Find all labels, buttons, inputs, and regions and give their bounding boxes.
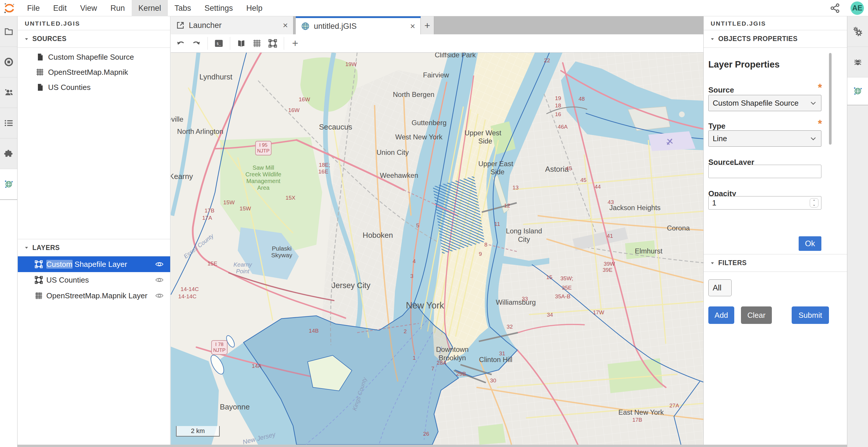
layer-item[interactable]: OpenStreetMap.Mapnik Layer	[18, 288, 170, 304]
svg-text:Weehawken: Weehawken	[380, 171, 418, 179]
svg-text:I 95: I 95	[259, 142, 268, 148]
gears-icon	[853, 27, 863, 36]
tab-launcher[interactable]: Launcher ×	[171, 16, 293, 34]
menu-item-settings[interactable]: Settings	[198, 0, 240, 16]
map-toolbar: $_ +	[171, 34, 703, 53]
filters-section-header[interactable]: FILTERS	[704, 254, 847, 272]
menu-item-view[interactable]: View	[73, 0, 104, 16]
objects-properties-header[interactable]: OBJECTS PROPERTIES	[704, 30, 847, 48]
debugger-tab[interactable]	[847, 47, 868, 77]
redo-button[interactable]	[190, 37, 203, 50]
svg-text:30: 30	[490, 377, 496, 384]
layer-item[interactable]: US Counties	[18, 272, 170, 288]
tab-bar: Launcher × untitled.jGIS × +	[171, 16, 703, 34]
source-select[interactable]: Custom Shapefile Source	[708, 95, 822, 111]
extensions-tab[interactable]	[0, 139, 17, 169]
table-of-contents-tab[interactable]	[0, 108, 17, 139]
basemap-button[interactable]	[235, 37, 248, 50]
ok-button[interactable]: Ok	[799, 236, 822, 251]
svg-text:East New York: East New York	[618, 408, 664, 416]
close-tab-icon[interactable]: ×	[277, 21, 288, 30]
vector-layer-button[interactable]	[266, 37, 279, 50]
svg-text:Side: Side	[478, 137, 492, 145]
type-select[interactable]: Line	[708, 130, 822, 147]
share-icon[interactable]	[830, 3, 841, 14]
type-label: Type	[708, 122, 725, 131]
svg-text:Kearny: Kearny	[171, 172, 193, 181]
number-stepper[interactable]: ⌃⌄	[810, 198, 818, 207]
right-activity-bar	[847, 16, 868, 445]
source-item[interactable]: Custom Shapefile Source	[18, 49, 170, 65]
avatar[interactable]: AE	[850, 1, 864, 15]
main-dock: Launcher × untitled.jGIS × + $	[171, 16, 703, 445]
svg-text:Jackson Heights: Jackson Heights	[609, 204, 660, 212]
vector-square-icon	[35, 276, 43, 284]
svg-text:8: 8	[484, 242, 488, 248]
svg-text:39E: 39E	[602, 267, 613, 273]
svg-text:16E: 16E	[318, 169, 329, 175]
svg-text:Fairview: Fairview	[423, 71, 449, 79]
menu-item-tabs[interactable]: Tabs	[168, 0, 198, 16]
menu-item-run[interactable]: Run	[104, 0, 132, 16]
property-inspector-tab[interactable]	[847, 16, 868, 47]
filter-clear-button[interactable]: Clear	[741, 306, 772, 324]
tab-untitled-jgis[interactable]: untitled.jGIS ×	[296, 16, 421, 34]
layers-section-header[interactable]: LAYERS	[18, 239, 170, 256]
users-icon	[4, 88, 13, 97]
required-asterisk: *	[818, 121, 822, 127]
vector-square-icon	[268, 39, 277, 48]
right-sidebar: UNTITLED.JGIS OBJECTS PROPERTIES Layer P…	[703, 16, 847, 445]
sources-section-header[interactable]: SOURCES	[18, 30, 170, 48]
svg-text:17B: 17B	[205, 207, 214, 214]
svg-text:45: 45	[566, 165, 572, 171]
raster-layer-button[interactable]	[251, 37, 264, 50]
globe-icon	[4, 179, 13, 189]
source-item[interactable]: US Counties	[18, 80, 170, 95]
opacity-input[interactable]	[708, 196, 822, 209]
visibility-toggle[interactable]	[155, 291, 164, 300]
menu-item-file[interactable]: File	[21, 0, 46, 16]
source-item[interactable]: OpenStreetMap.Mapnik	[18, 65, 170, 80]
svg-text:New York: New York	[406, 300, 444, 311]
jupytergis-properties-tab[interactable]	[847, 77, 868, 105]
svg-text:5: 5	[416, 222, 419, 229]
visibility-toggle[interactable]	[155, 276, 164, 284]
svg-text:31: 31	[499, 350, 505, 356]
svg-text:14-14C: 14-14C	[181, 286, 199, 292]
puzzle-icon	[4, 149, 13, 158]
filter-submit-button[interactable]: Submit	[792, 306, 829, 324]
grid-icon	[35, 291, 43, 300]
console-button[interactable]: $_	[212, 37, 225, 50]
close-tab-icon[interactable]: ×	[404, 22, 415, 31]
svg-text:Kearny: Kearny	[234, 261, 252, 268]
layer-item[interactable]: Custom Shapefile Layer	[18, 256, 170, 272]
collaboration-tab[interactable]	[0, 77, 17, 108]
menu-item-kernel[interactable]: Kernel	[132, 0, 168, 16]
undo-icon	[176, 39, 185, 48]
visibility-toggle[interactable]	[155, 260, 164, 269]
filter-add-button[interactable]: Add	[708, 306, 734, 324]
filter-all-dropdown[interactable]: All	[708, 279, 732, 296]
new-tab-button[interactable]: +	[421, 16, 434, 34]
svg-text:11: 11	[494, 221, 500, 227]
folder-icon	[4, 27, 13, 36]
svg-text:West New York: West New York	[395, 133, 443, 141]
svg-text:18E;: 18E;	[319, 162, 330, 168]
svg-text:Astoria: Astoria	[545, 165, 569, 173]
eye-icon	[155, 260, 164, 269]
sourcelayer-input[interactable]	[708, 165, 822, 178]
svg-text:Lyndhurst: Lyndhurst	[199, 72, 232, 81]
caret-down-icon	[710, 261, 715, 265]
svg-text:26: 26	[423, 431, 429, 437]
menu-item-edit[interactable]: Edit	[46, 0, 74, 16]
grid-icon	[36, 68, 44, 76]
file-browser-tab[interactable]	[0, 16, 17, 47]
running-kernels-tab[interactable]	[0, 47, 17, 77]
menu-item-help[interactable]: Help	[240, 0, 269, 16]
jupytergis-tab[interactable]	[0, 169, 17, 200]
add-layer-button[interactable]: +	[289, 37, 302, 49]
panel-scrollbar[interactable]	[829, 49, 832, 270]
undo-button[interactable]	[174, 37, 187, 50]
map-canvas[interactable]: I 95NJTPI 78NJTP Cliffside ParkFairviewL…	[171, 53, 703, 445]
svg-text:Hoboken: Hoboken	[363, 231, 393, 240]
